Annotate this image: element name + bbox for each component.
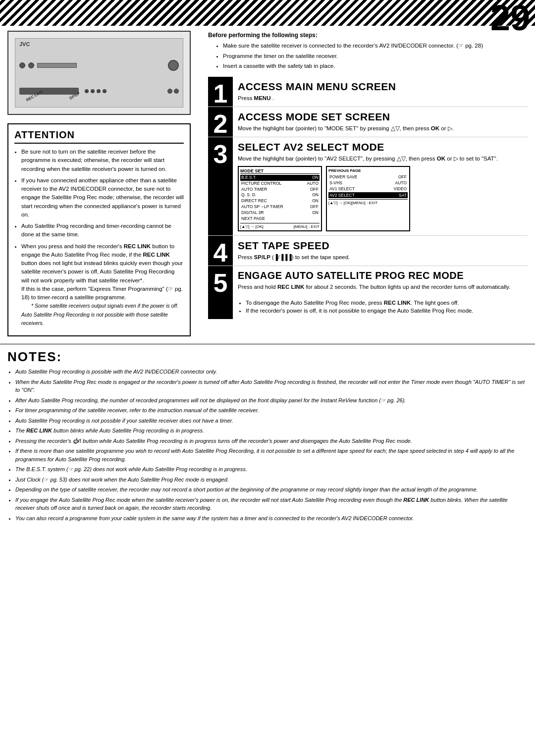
device-knob	[168, 60, 179, 71]
mode-set-screen2-nav: [▲▽] → [OK][MENU] : EXIT	[328, 199, 408, 205]
note-12: If you engage the Auto Satellite Prog Re…	[15, 496, 528, 512]
step-3-content: SELECT AV2 SELECT MODE Move the highligh…	[233, 137, 528, 235]
step-5-number: 5	[208, 266, 233, 319]
step-1-desc: Press MENU .	[238, 94, 523, 103]
attention-box: ATTENTION Be sure not to turn on the sat…	[7, 123, 191, 336]
step-2-title: ACCESS MODE SET SCREEN	[238, 111, 523, 122]
before-step-3: Insert a cassette with the safety tab in…	[223, 62, 528, 70]
note-9: The B.E.S.T. system (☞ pg. 22) does not …	[15, 465, 528, 474]
attention-item-1: Be sure not to turn on the satellite rec…	[21, 148, 184, 173]
note-6: The REC LINK button blinks while Auto Sa…	[15, 427, 528, 435]
note-3: After Auto Satellite Prog recording, the…	[15, 396, 528, 405]
device-circle-2	[28, 62, 34, 68]
step-4-number: 4	[208, 236, 233, 266]
step-3-screens: MODE SET B.E.S.T.ON PICTURE CONTROLAUTO …	[238, 166, 523, 231]
device-button-6	[174, 89, 179, 94]
device-button-3	[97, 89, 101, 93]
device-display	[37, 63, 77, 68]
before-steps: Before performing the following steps: M…	[208, 31, 528, 72]
mode-set-screen-2: PREVIOUS PAGE POWER SAVEOFF S-VHSAUTO AV…	[326, 166, 410, 231]
mode-set-screen1-title: MODE SET	[240, 168, 320, 174]
note-13: You can also record a programme from you…	[15, 514, 528, 523]
note-4: For timer programming of the satellite r…	[15, 406, 528, 415]
step-5-bullets: To disengage the Auto Satellite Prog Rec…	[238, 299, 523, 315]
note-2: When the Auto Satellite Prog Rec mode is…	[15, 378, 528, 394]
attention-item-2: If you have connected another appliance …	[21, 176, 184, 219]
step-5-desc-main: Press and hold REC LINK for about 2 seco…	[238, 283, 523, 291]
step-3-number: 3	[208, 137, 233, 235]
attention-italic-note: * Some satellite receivers output signal…	[21, 303, 178, 326]
attention-content: Be sure not to turn on the satellite rec…	[14, 148, 184, 327]
step-1-title: ACCESS MAIN MENU SCREEN	[238, 81, 523, 92]
mode-set-screen-1: MODE SET B.E.S.T.ON PICTURE CONTROLAUTO …	[238, 166, 322, 231]
note-8: If there is more than one satellite prog…	[15, 447, 528, 463]
left-column: JVC	[7, 31, 201, 336]
mode-set-row-autotimer: AUTO TIMEROFF	[240, 187, 320, 193]
mode-set-row-nextpage: NEXT PAGE	[240, 216, 320, 222]
mode-set-screen1-nav: [▲▽] → [OK][MENU] : EXIT	[240, 223, 320, 229]
mode-set-row-directrec: DIRECT RECON	[240, 198, 320, 204]
header-stripe	[0, 0, 535, 26]
step-5-title: ENGAGE AUTO SATELLITE PROG REC MODE	[238, 270, 523, 281]
note-5: Auto Satellite Prog recording is not pos…	[15, 417, 528, 425]
step-4-title: SET TAPE SPEED	[238, 240, 523, 251]
prev-screen-row-av2: AV2 SELECTSAT	[328, 192, 408, 198]
device-button-2	[91, 89, 95, 93]
page-number: 29	[490, 0, 535, 36]
step-3-title: SELECT AV2 SELECT MODE	[238, 141, 523, 153]
device-labels: REC LINK SP/LP	[25, 94, 80, 98]
device-body: JVC	[15, 38, 183, 108]
step-1-content: ACCESS MAIN MENU SCREEN Press MENU .	[233, 77, 528, 107]
step-1-number: 1	[208, 77, 233, 107]
step-1: 1 ACCESS MAIN MENU SCREEN Press MENU .	[208, 77, 528, 107]
prev-screen-row-svhs: S-VHSAUTO	[328, 180, 408, 186]
step-4: 4 SET TAPE SPEED Press SP/LP (▐/▐▐▐) to …	[208, 236, 528, 266]
step-2-desc: Move the highlight bar (pointer) to "MOD…	[238, 124, 523, 133]
device-button-4	[103, 89, 107, 93]
prev-page-label: PREVIOUS PAGE	[328, 168, 408, 173]
note-10: Just Clock (☞ pg. 53) does not work when…	[15, 476, 528, 484]
device-brand-label: JVC	[19, 41, 30, 47]
device-image: JVC	[7, 31, 191, 115]
step-4-desc: Press SP/LP (▐/▐▐▐) to set the tape spee…	[238, 253, 523, 262]
before-step-1: Make sure the satellite receiver is conn…	[223, 42, 528, 50]
step-3: 3 SELECT AV2 SELECT MODE Move the highli…	[208, 137, 528, 236]
step-5-content: ENGAGE AUTO SATELLITE PROG REC MODE Pres…	[233, 266, 528, 319]
mode-set-row-autosplp: AUTO SP→LP TIMEROFF	[240, 204, 320, 210]
device-controls-top	[19, 60, 179, 71]
step-4-content: SET TAPE SPEED Press SP/LP (▐/▐▐▐) to se…	[233, 236, 528, 266]
notes-title: NOTES:	[7, 349, 528, 365]
before-steps-title: Before performing the following steps:	[208, 32, 318, 39]
step-5-bullet-2: If the recorder's power is off, it is no…	[246, 307, 523, 315]
step-3-desc: Move the highlight bar (pointer) to "AV2…	[238, 155, 523, 163]
before-step-2: Programme the timer on the satellite rec…	[223, 52, 528, 60]
mode-set-row-digital3r: DIGITAL 3RON	[240, 210, 320, 216]
step-2-number: 2	[208, 107, 233, 137]
device-button-1	[85, 89, 89, 93]
note-1: Auto Satellite Prog recording is possibl…	[15, 368, 528, 376]
attention-item-4: When you press and hold the recorder's R…	[21, 242, 184, 328]
prev-screen-row-av1: AV1 SELECTVIDEO	[328, 186, 408, 192]
device-circle-1	[19, 62, 25, 68]
note-7: Pressing the recorder's ⏻/I button while…	[15, 437, 528, 445]
main-content: JVC	[0, 26, 535, 341]
attention-title: ATTENTION	[14, 129, 184, 144]
step-5: 5 ENGAGE AUTO SATELLITE PROG REC MODE Pr…	[208, 266, 528, 319]
notes-section: NOTES: Auto Satellite Prog recording is …	[0, 344, 535, 529]
step-5-bullet-1: To disengage the Auto Satellite Prog Rec…	[246, 299, 523, 307]
step-2-content: ACCESS MODE SET SCREEN Move the highligh…	[233, 107, 528, 137]
note-11: Depending on the type of satellite recei…	[15, 486, 528, 494]
attention-item-3: Auto Satellite Prog recording and timer-…	[21, 222, 184, 239]
prev-screen-row-powersave: POWER SAVEOFF	[328, 174, 408, 180]
mode-set-row-best: B.E.S.T.ON	[240, 175, 320, 181]
step-2: 2 ACCESS MODE SET SCREEN Move the highli…	[208, 107, 528, 137]
right-column: Before performing the following steps: M…	[208, 31, 528, 336]
notes-content: Auto Satellite Prog recording is possibl…	[7, 368, 528, 522]
mode-set-row-pic: PICTURE CONTROLAUTO	[240, 181, 320, 187]
device-button-5	[167, 89, 172, 94]
mode-set-row-qsd: Q. S. D.ON	[240, 192, 320, 198]
